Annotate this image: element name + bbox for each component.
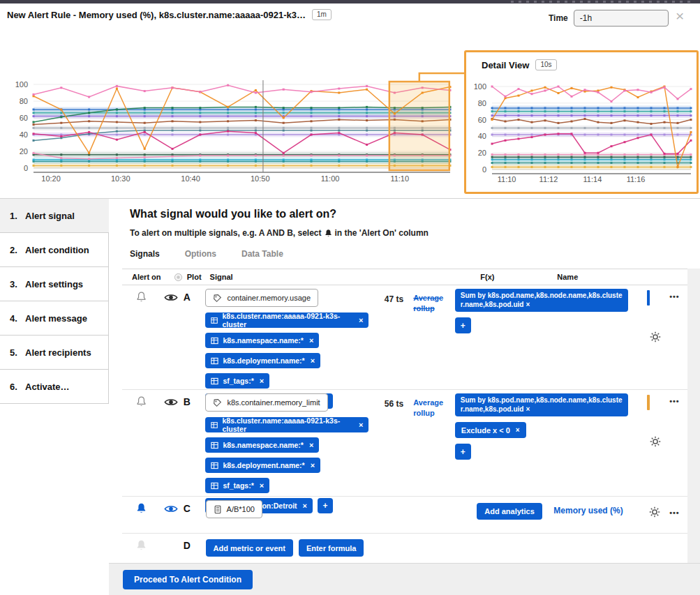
plot-letter: C bbox=[184, 503, 191, 514]
fx-sum-by-button[interactable]: Sum by k8s.pod.name,k8s.node.name,k8s.cl… bbox=[455, 393, 628, 416]
svg-text:11:14: 11:14 bbox=[583, 175, 602, 183]
dimension-icon bbox=[211, 377, 218, 385]
filter-chip[interactable]: sf_tags:*× bbox=[205, 478, 269, 493]
remove-filter-icon[interactable]: × bbox=[260, 481, 264, 490]
signal-name-link[interactable]: Memory used (%) bbox=[553, 506, 623, 515]
step-alert-recipients[interactable]: 5. Alert recipients bbox=[0, 336, 109, 370]
step-alert-settings[interactable]: 3. Alert settings bbox=[0, 267, 109, 301]
step-number: 1. bbox=[10, 211, 25, 221]
table-scrollbar-track[interactable] bbox=[687, 269, 700, 563]
time-label: Time bbox=[549, 13, 568, 23]
plot-visibility-eye-icon[interactable] bbox=[164, 398, 178, 407]
svg-text:11:00: 11:00 bbox=[321, 174, 340, 183]
step-label: Alert condition bbox=[25, 245, 89, 255]
fx-exclude-button[interactable]: Exclude x < 0× bbox=[455, 422, 526, 438]
svg-text:20: 20 bbox=[478, 149, 486, 157]
metric-icon bbox=[213, 398, 222, 407]
main-chart[interactable]: 02040608010010:2010:3010:4010:5011:0011:… bbox=[7, 64, 464, 198]
step-number: 2. bbox=[10, 245, 25, 255]
page-title: New Alert Rule - Memory used (%), k8s.cl… bbox=[7, 10, 306, 20]
plot-settings-gear-icon[interactable] bbox=[650, 331, 661, 342]
signal-metric-pill[interactable]: k8s.container.memory_limit bbox=[205, 393, 327, 412]
table-header: Alert on Plot Signal F(x) Name bbox=[122, 269, 689, 285]
time-input[interactable] bbox=[574, 10, 669, 27]
plot-letter: D bbox=[184, 540, 191, 551]
add-metric-button[interactable]: Add metric or event bbox=[206, 539, 293, 557]
svg-text:40: 40 bbox=[20, 130, 28, 139]
formula-pill[interactable]: A/B*100 bbox=[206, 500, 262, 518]
fx-sum-by-button[interactable]: Sum by k8s.pod.name,k8s.node.name,k8s.cl… bbox=[455, 289, 628, 312]
more-actions-icon[interactable]: ••• bbox=[669, 292, 680, 301]
remove-filter-icon[interactable]: × bbox=[359, 316, 363, 324]
dimension-icon bbox=[211, 442, 218, 449]
plot-visibility-eye-icon[interactable] bbox=[164, 293, 178, 302]
plot-visibility-eye-icon[interactable] bbox=[164, 504, 178, 513]
plot-settings-gear-icon[interactable] bbox=[649, 506, 660, 518]
alert-on-bell-icon[interactable] bbox=[136, 291, 147, 303]
step-alert-signal[interactable]: 1. Alert signal bbox=[0, 199, 109, 233]
more-actions-icon[interactable]: ••• bbox=[669, 509, 680, 517]
step-label: Alert recipients bbox=[25, 347, 91, 358]
rollup-link[interactable]: Average rollup bbox=[413, 293, 449, 314]
step-alert-condition[interactable]: 2. Alert condition bbox=[0, 233, 109, 267]
rollup-link[interactable]: Average rollup bbox=[413, 398, 449, 419]
dimension-icon bbox=[211, 357, 218, 365]
tab-data-table[interactable]: Data Table bbox=[241, 249, 283, 259]
remove-filter-icon[interactable]: × bbox=[311, 356, 315, 365]
dimension-icon bbox=[211, 337, 218, 345]
header: New Alert Rule - Memory used (%), k8s.cl… bbox=[7, 9, 332, 20]
detail-resolution-badge: 10s bbox=[535, 59, 556, 70]
svg-text:10:20: 10:20 bbox=[41, 174, 61, 183]
plot-visibility-icon[interactable] bbox=[174, 273, 183, 282]
filter-chip[interactable]: sf_tags:*× bbox=[205, 373, 269, 389]
svg-text:60: 60 bbox=[20, 114, 28, 122]
step-number: 4. bbox=[10, 313, 25, 324]
plot-letter: B bbox=[184, 396, 191, 407]
detail-view-panel: Detail View 10s 02040608010011:1011:1211… bbox=[464, 50, 699, 194]
add-analytics-function-button[interactable]: + bbox=[455, 317, 471, 333]
remove-filter-icon[interactable]: × bbox=[260, 377, 264, 385]
step-alert-message[interactable]: 4. Alert message bbox=[0, 301, 109, 336]
tab-signals[interactable]: Signals bbox=[130, 249, 160, 259]
filter-chip[interactable]: k8s.cluster.name:aaaaa-0921-k3s-cluster× bbox=[205, 417, 368, 432]
alert-on-bell-icon-active[interactable] bbox=[136, 502, 147, 515]
remove-filter-icon[interactable]: × bbox=[359, 421, 363, 429]
add-analytics-button[interactable]: Add analytics bbox=[477, 503, 542, 520]
add-analytics-function-button[interactable]: + bbox=[455, 444, 471, 460]
filter-chip[interactable]: k8s.deployment.name:*× bbox=[205, 458, 320, 473]
svg-text:0: 0 bbox=[24, 164, 28, 172]
detail-chart-svg[interactable]: 02040608010011:1011:1211:1411:16 bbox=[466, 77, 697, 188]
signal-metric-pill[interactable]: container.memory.usage bbox=[205, 289, 318, 307]
remove-filter-icon[interactable]: × bbox=[309, 336, 313, 345]
plot-settings-gear-icon[interactable] bbox=[650, 436, 661, 447]
remove-fx-icon[interactable]: × bbox=[526, 301, 530, 308]
remove-filter-icon[interactable]: × bbox=[309, 441, 313, 449]
wizard-sidebar: 1. Alert signal 2. Alert condition 3. Al… bbox=[0, 199, 109, 404]
signals-table: A container.memory.usage k8s.cluster.nam… bbox=[122, 285, 689, 563]
main-chart-svg[interactable]: 02040608010010:2010:3010:4010:5011:0011:… bbox=[7, 64, 464, 198]
svg-text:60: 60 bbox=[478, 116, 486, 124]
step-label: Alert message bbox=[25, 313, 87, 324]
svg-text:11:10: 11:10 bbox=[390, 174, 409, 183]
metric-icon bbox=[213, 294, 222, 303]
more-actions-icon[interactable]: ••• bbox=[669, 397, 680, 405]
tab-options[interactable]: Options bbox=[185, 249, 216, 259]
proceed-button[interactable]: Proceed To Alert Condition bbox=[123, 570, 253, 589]
resolution-badge: 1m bbox=[312, 9, 332, 20]
signal-tabs: Signals Options Data Table bbox=[130, 249, 308, 259]
signal-row-a: A container.memory.usage k8s.cluster.nam… bbox=[122, 285, 689, 390]
step-label: Activate… bbox=[25, 382, 70, 392]
remove-fx-icon[interactable]: × bbox=[516, 426, 520, 434]
close-icon[interactable]: × bbox=[676, 9, 684, 23]
step-activate[interactable]: 6. Activate… bbox=[0, 370, 109, 404]
filter-chip[interactable]: k8s.namespace.name:*× bbox=[205, 333, 319, 348]
filter-chip[interactable]: k8s.cluster.name:aaaaa-0921-k3s-cluster× bbox=[205, 312, 368, 328]
alert-on-bell-icon[interactable] bbox=[136, 396, 147, 408]
enter-formula-button[interactable]: Enter formula bbox=[299, 539, 364, 557]
remove-fx-icon[interactable]: × bbox=[526, 405, 530, 413]
filter-chip[interactable]: k8s.namespace.name:*× bbox=[205, 437, 319, 453]
svg-text:11:12: 11:12 bbox=[539, 175, 558, 183]
filter-chip[interactable]: k8s.deployment.name:*× bbox=[205, 353, 320, 368]
svg-text:11:10: 11:10 bbox=[498, 175, 516, 183]
remove-filter-icon[interactable]: × bbox=[311, 461, 315, 469]
